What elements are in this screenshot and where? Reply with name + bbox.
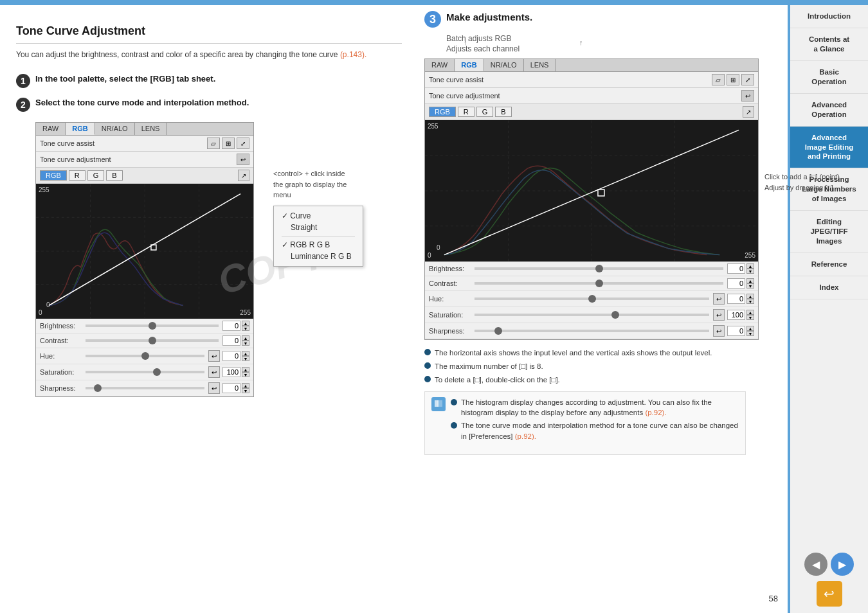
menu-curve[interactable]: Curve [282,210,355,222]
saturation-up-r[interactable]: ▲ [746,310,754,315]
tab-raw-r[interactable]: RAW [425,59,455,71]
brightness-thumb[interactable] [149,322,156,330]
contrast-value-r[interactable] [727,278,745,289]
nav-prev[interactable]: ◀ [804,553,827,576]
sharpness-value-r[interactable] [727,326,745,336]
menu-straight[interactable]: Straight [282,222,355,233]
curve-icon2[interactable]: ⊞ [222,138,235,149]
sharpness-down[interactable]: ▼ [242,388,249,393]
curve-icon3[interactable]: ⤢ [237,138,249,149]
contrast-down-r[interactable]: ▼ [746,283,754,289]
tab-raw[interactable]: RAW [36,123,66,135]
contrast-thumb-r[interactable] [595,280,603,287]
saturation-reset-r[interactable]: ↩ [713,309,725,321]
reset-icon[interactable]: ↩ [237,154,249,165]
sidebar-item-introduction[interactable]: Introduction [790,5,868,28]
contrast-value[interactable] [222,335,240,346]
hue-stepper-r[interactable]: ▲ ▼ [746,294,754,304]
sharpness-track[interactable] [86,387,204,389]
edit-icon-r[interactable]: ↗ [743,106,754,118]
curve-icon3-r[interactable]: ⤢ [741,74,754,85]
saturation-stepper[interactable]: ▲ ▼ [242,367,249,377]
sharpness-stepper[interactable]: ▲ ▼ [242,383,249,393]
sharpness-down-r[interactable]: ▼ [746,331,754,336]
sharpness-thumb-r[interactable] [494,327,502,335]
tab-nralo-r[interactable]: NR/ALO [484,59,524,71]
reset-icon-r[interactable]: ↩ [741,90,754,102]
hue-value[interactable] [222,351,240,361]
sharpness-thumb[interactable] [94,384,102,392]
sidebar-item-basic[interactable]: BasicOperation [790,61,868,94]
nav-icon[interactable]: ↩ [817,581,842,607]
brightness-thumb-r[interactable] [595,265,603,272]
rgb-btn-g-r[interactable]: G [476,107,494,117]
edit-icon[interactable]: ↗ [238,170,249,181]
hue-track-r[interactable] [475,298,709,300]
brightness-down-r[interactable]: ▼ [746,269,754,274]
sharpness-track-r[interactable] [475,330,709,332]
menu-luminance[interactable]: Luminance R G B [282,251,355,262]
brightness-up[interactable]: ▲ [242,321,249,326]
contrast-up[interactable]: ▲ [242,335,249,341]
tab-nralo[interactable]: NR/ALO [95,123,135,135]
saturation-track[interactable] [86,371,204,373]
brightness-value-r[interactable] [727,263,745,274]
tab-rgb-r[interactable]: RGB [455,59,484,71]
hue-stepper[interactable]: ▲ ▼ [242,351,249,361]
sharpness-reset-r[interactable]: ↩ [713,325,725,337]
brightness-stepper[interactable]: ▲ ▼ [242,321,249,331]
sidebar-item-image-editing[interactable]: AdvancedImage Editingand Printing [790,127,868,169]
rgb-btn-rgb[interactable]: RGB [40,170,67,181]
hue-up[interactable]: ▲ [242,351,249,356]
rgb-btn-b-r[interactable]: B [495,107,511,117]
menu-rgb-rgb[interactable]: RGB R G B [282,239,355,251]
sidebar-item-contents[interactable]: Contents ata Glance [790,28,868,61]
saturation-value[interactable] [222,367,240,377]
contrast-track[interactable] [86,339,219,342]
rgb-btn-b[interactable]: B [106,170,122,181]
hue-thumb-r[interactable] [588,295,596,303]
brightness-down[interactable]: ▼ [242,326,249,331]
saturation-down[interactable]: ▼ [242,372,249,377]
saturation-value-r[interactable] [727,310,745,320]
hue-reset-r[interactable]: ↩ [713,293,725,305]
brightness-up-r[interactable]: ▲ [746,263,754,269]
graph-area-right[interactable]: 255 0 255 0 Click to add a [□] (point) A… [425,120,758,262]
saturation-reset[interactable]: ↩ [208,366,220,378]
saturation-thumb-r[interactable] [611,311,619,319]
hue-thumb[interactable] [141,352,149,360]
hue-down-r[interactable]: ▼ [746,299,754,304]
hue-value-r[interactable] [727,294,745,304]
sharpness-value[interactable] [222,383,240,393]
curve-icon2-r[interactable]: ⊞ [727,74,739,85]
saturation-up[interactable]: ▲ [242,367,249,372]
hue-down[interactable]: ▼ [242,356,249,361]
saturation-track-r[interactable] [475,314,709,316]
sharpness-reset[interactable]: ↩ [208,382,220,394]
contrast-down[interactable]: ▼ [242,341,249,346]
saturation-stepper-r[interactable]: ▲ ▼ [746,310,754,320]
saturation-thumb[interactable] [153,368,161,376]
tab-lens[interactable]: LENS [135,123,167,135]
sidebar-item-reference[interactable]: Reference [790,253,868,276]
brightness-track[interactable] [86,324,219,327]
brightness-track-r[interactable] [475,267,723,270]
rgb-btn-r-r[interactable]: R [458,107,475,117]
sharpness-stepper-r[interactable]: ▲ ▼ [746,326,754,336]
graph-area-left[interactable]: 255 0 255 0 [36,184,253,319]
sharpness-up-r[interactable]: ▲ [746,326,754,331]
sidebar-item-index[interactable]: Index [790,276,868,299]
contrast-thumb[interactable] [149,337,156,344]
rgb-btn-rgb-r[interactable]: RGB [429,107,456,117]
hue-up-r[interactable]: ▲ [746,294,754,299]
rgb-btn-g[interactable]: G [87,170,105,181]
contrast-track-r[interactable] [475,282,723,285]
brightness-stepper-r[interactable]: ▲ ▼ [746,263,754,274]
hue-reset[interactable]: ↩ [208,350,220,362]
curve-icon1[interactable]: ▱ [207,138,220,149]
sidebar-item-editing[interactable]: EditingJPEG/TIFFImages [790,211,868,253]
contrast-stepper-r[interactable]: ▲ ▼ [746,278,754,289]
saturation-down-r[interactable]: ▼ [746,315,754,320]
sidebar-item-advanced[interactable]: AdvancedOperation [790,94,868,127]
tab-rgb[interactable]: RGB [66,123,95,135]
